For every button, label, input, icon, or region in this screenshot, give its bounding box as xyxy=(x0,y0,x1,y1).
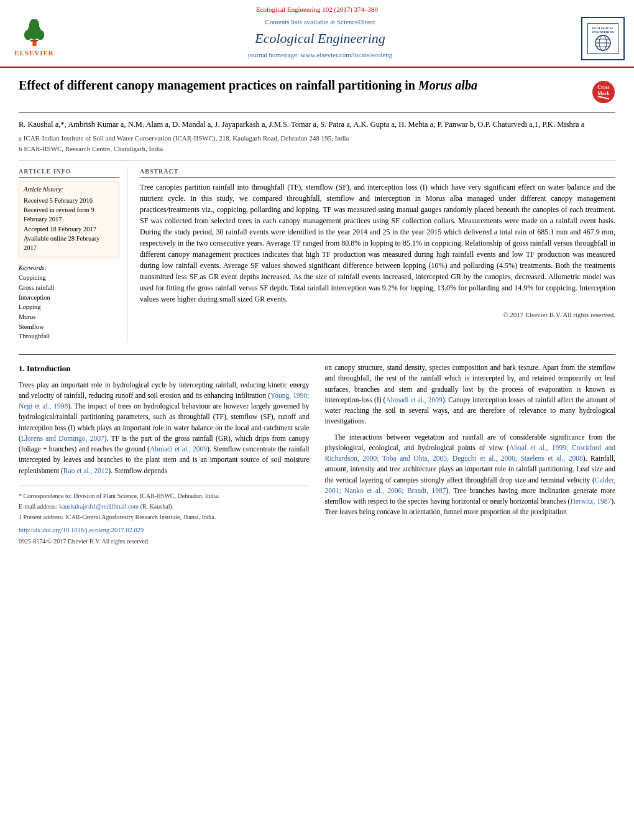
sciencedirect-text[interactable]: Contents lists available at ScienceDirec… xyxy=(59,17,581,27)
ref-young-1990[interactable]: Young, 1990; Negi et al., 1998 xyxy=(19,392,310,410)
received-revised-date: Received in revised form 9 February 2017 xyxy=(24,206,114,224)
ref-rao-2012[interactable]: Rao et al., 2012 xyxy=(63,467,109,474)
abstract-label: ABSTRACT xyxy=(140,167,615,178)
article-info-label: ARTICLE INFO xyxy=(19,167,119,178)
footnote-star: * Correspondence to: Division of Plant S… xyxy=(19,491,310,501)
svg-point-5 xyxy=(29,19,39,31)
body-section: 1. Introduction Trees play an important … xyxy=(19,354,615,546)
keyword-7: Throughfall xyxy=(19,332,119,341)
keyword-5: Morus xyxy=(19,313,119,322)
keyword-3: Interception xyxy=(19,293,119,303)
keywords-section: Keywords: Coppicing Gross rainfall Inter… xyxy=(19,264,119,342)
keyword-1: Coppicing xyxy=(19,274,119,283)
email-address[interactable]: kaushalrajesh1@rediffmail.com xyxy=(59,503,139,510)
article-info-column: ARTICLE INFO Article history: Received 5… xyxy=(19,167,127,342)
svg-text:ENGINEERING: ENGINEERING xyxy=(592,30,614,34)
ref-calder-2001[interactable]: Calder, 2001; Nanko et al., 2006; Brandt… xyxy=(325,476,616,494)
issn-line: 0925-8574/© 2017 Elsevier B.V. All right… xyxy=(19,537,310,546)
body-left-column: 1. Introduction Trees play an important … xyxy=(19,362,310,546)
elsevier-tree-icon xyxy=(17,19,52,47)
authors-section: R. Kaushal a,*, Ambrish Kumar a, N.M. Al… xyxy=(19,119,615,131)
title-text-italic: Morus alba xyxy=(418,78,477,92)
email-label: E-mail address: xyxy=(19,503,57,510)
footnote-1: 1 Present address: ICAR-Central Agrofore… xyxy=(19,512,310,522)
article-title: Effect of different canopy management pr… xyxy=(19,77,592,93)
footnotes: * Correspondence to: Division of Plant S… xyxy=(19,491,310,522)
svg-point-3 xyxy=(24,30,32,40)
crossmark-logo[interactable]: Cross Mark xyxy=(592,80,615,107)
ref-ahmadi-2009[interactable]: Ahmadi et al., 2009 xyxy=(150,445,207,453)
svg-text:Mark: Mark xyxy=(597,91,610,96)
journal-logo-box: ECOLOGICAL ENGINEERING xyxy=(581,17,625,60)
article-history-box: Article history: Received 5 February 201… xyxy=(19,182,119,257)
available-online-date: Available online 28 February 2017 xyxy=(24,234,114,252)
affiliation-b: b ICAR-IISWC, Research Centre, Chandigar… xyxy=(19,144,615,154)
ref-llorens-2007[interactable]: Llorens and Domingo, 2007 xyxy=(21,435,104,442)
copyright-text: © 2017 Elsevier B.V. All rights reserved… xyxy=(140,310,615,320)
journal-center-info: Contents lists available at ScienceDirec… xyxy=(59,17,581,60)
keywords-title: Keywords: xyxy=(19,264,119,273)
journal-homepage[interactable]: journal homepage: www.elsevier.com/locat… xyxy=(59,50,581,60)
intro-para-2: on canopy structure, stand density, spec… xyxy=(325,362,616,427)
affiliations-section: a ICAR-Indian Institute of Soil and Wate… xyxy=(19,134,615,161)
elsevier-logo: ELSEVIER xyxy=(9,19,59,58)
article-title-section: Effect of different canopy management pr… xyxy=(19,77,615,113)
citation-text: Ecological Engineering 102 (2017) 374–38… xyxy=(256,6,378,13)
journal-header: Ecological Engineering 102 (2017) 374–38… xyxy=(0,0,634,68)
main-content: Effect of different canopy management pr… xyxy=(0,68,634,555)
intro-para-3: The interactions between vegetation and … xyxy=(325,432,616,518)
history-title: Article history: xyxy=(24,185,114,195)
journal-citation: Ecological Engineering 102 (2017) 374–38… xyxy=(0,5,634,14)
doi-line[interactable]: http://dx.doi.org/10.1016/j.ecoleng.2017… xyxy=(19,525,310,535)
journal-name: Ecological Engineering xyxy=(59,29,581,48)
svg-point-4 xyxy=(36,30,44,40)
journal-top-bar: ELSEVIER Contents lists available at Sci… xyxy=(0,17,634,64)
keyword-4: Lopping xyxy=(19,303,119,312)
abstract-section: Tree canopies partition rainfall into th… xyxy=(140,182,615,320)
email-suffix: (R. Kaushal). xyxy=(140,503,174,510)
email-line: E-mail address: kaushalrajesh1@rediffmai… xyxy=(19,502,310,511)
accepted-date: Accepted 18 February 2017 xyxy=(24,225,114,234)
keyword-2: Gross rainfall xyxy=(19,284,119,293)
abstract-text: Tree canopies partition rainfall into th… xyxy=(140,182,615,305)
svg-text:ECOLOGICAL: ECOLOGICAL xyxy=(592,27,614,30)
ref-herwitz-1987[interactable]: Herwitz, 1987 xyxy=(570,497,611,505)
elsevier-label: ELSEVIER xyxy=(14,48,54,58)
article-footer: * Correspondence to: Division of Plant S… xyxy=(19,486,310,546)
received-date: Received 5 February 2016 xyxy=(24,196,114,206)
affiliation-a: a ICAR-Indian Institute of Soil and Wate… xyxy=(19,134,615,143)
intro-para-1: Trees play an important role in hydrolog… xyxy=(19,380,310,476)
authors-text: R. Kaushal a,*, Ambrish Kumar a, N.M. Al… xyxy=(19,120,584,129)
ref-ahmadi-2009-2[interactable]: Ahmadi et al., 2009 xyxy=(385,396,442,404)
ecological-engineering-logo-icon: ECOLOGICAL ENGINEERING xyxy=(587,23,618,54)
svg-text:Cross: Cross xyxy=(597,85,609,90)
keyword-6: Stemflow xyxy=(19,323,119,332)
crossmark-icon: Cross Mark xyxy=(592,80,615,104)
abstract-column: ABSTRACT Tree canopies partition rainfal… xyxy=(140,167,615,342)
body-right-column: on canopy structure, stand density, spec… xyxy=(325,362,616,546)
article-info-abstract-row: ARTICLE INFO Article history: Received 5… xyxy=(19,167,615,342)
introduction-heading: 1. Introduction xyxy=(19,362,310,375)
title-text-part1: Effect of different canopy management pr… xyxy=(19,78,418,92)
body-two-col: 1. Introduction Trees play an important … xyxy=(19,362,615,546)
ref-aboal-1999[interactable]: Aboal et al., 1999; Crockford and Richar… xyxy=(325,444,616,462)
